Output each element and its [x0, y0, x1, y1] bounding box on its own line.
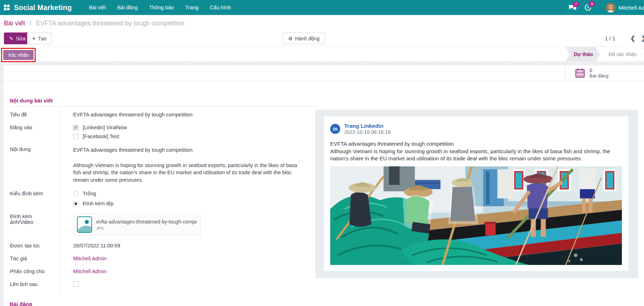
sheet-background: 0 Bài đăng Nội dung bài viết Tiêu đề EVF… — [0, 62, 644, 306]
image-file-icon — [77, 216, 92, 233]
message-field-label: Nội dung — [10, 143, 60, 187]
status-step-draft[interactable]: Dự thảo — [565, 47, 600, 62]
user-avatar — [606, 3, 615, 12]
content-section-title: Nội dung bài viết — [10, 97, 319, 106]
checkbox-linkedin-label: [Linkedin] ViralNow — [83, 125, 127, 130]
title-field-value: EVFTA advantages threatened by tough com… — [60, 107, 319, 121]
radio-attachment-none[interactable] — [73, 191, 78, 196]
navbar-systray: 7 9 — [568, 0, 644, 15]
button-box-row: 0 Bài đăng — [4, 65, 644, 81]
posts-smart-button[interactable]: 0 Bài đăng — [565, 65, 644, 81]
form-statusbar: Xác nhận Dự thảo Đã xác nhận Đã hủy — [0, 46, 644, 62]
schedule-later-field-label: Lên lịch sau — [10, 278, 60, 291]
preview-photo-fishermen-boat — [330, 166, 622, 265]
annotation-highlight-box: Xác nhận — [1, 48, 36, 62]
attachment-file-card[interactable]: evfta-advantages-threatened-by-tough-com… — [73, 214, 201, 236]
title-field-label: Tiêu đề — [10, 107, 60, 121]
action-button[interactable]: ⚙ Hành động — [283, 32, 325, 44]
attachment-file-ext: JPG — [96, 226, 197, 231]
breadcrumb-parent-link[interactable]: Bài viết — [4, 20, 25, 27]
preview-card-header: in Trang Linkedin 2022-10-19 06:18:18 — [330, 122, 622, 136]
attachment-field-label: Đính kèm ảnh/Video — [10, 210, 60, 239]
radio-attachment-none-label: Trống — [83, 191, 96, 196]
author-link[interactable]: Mitchell Admin — [73, 256, 106, 261]
checkbox-facebook-label: [Facebook] Test — [83, 134, 119, 139]
message-field-value: EVFTA advantages threatened by tough com… — [60, 143, 319, 187]
edit-button[interactable]: ✎ Sửa — [4, 32, 31, 44]
assigned-to-field-label: Phân công cho — [10, 265, 60, 278]
form-fields: Tiêu đề EVFTA advantages threatened by t… — [10, 107, 319, 291]
menu-posts[interactable]: Bài đăng — [112, 0, 143, 15]
activity-icon[interactable]: 9 — [584, 4, 592, 11]
posts-section-title: Bài đăng — [10, 301, 319, 306]
post-preview-panel: in Trang Linkedin 2022-10-19 06:18:18 EV… — [315, 110, 638, 278]
post-on-field-label: Đăng vào — [10, 121, 60, 143]
checkbox-facebook-account[interactable] — [73, 134, 78, 139]
breadcrumb-separator: / — [30, 20, 31, 27]
created-on-field-value: 28/07/2022 11:00:59 — [60, 239, 319, 252]
attachment-file-name: evfta-advantages-threatened-by-tough-com… — [96, 219, 197, 225]
messages-icon[interactable]: 7 — [568, 4, 577, 11]
calendar-icon — [575, 68, 585, 78]
assigned-to-link[interactable]: Mitchell Admin — [73, 269, 106, 274]
apps-grid-icon[interactable] — [4, 5, 10, 10]
attachment-type-field-label: Kiểu đính kèm — [10, 187, 60, 210]
plus-icon: + — [32, 36, 35, 41]
author-field-label: Tác giả — [10, 252, 60, 265]
user-name: Mitchell Admin — [619, 5, 644, 11]
top-navbar: Social Marketing Bài viết Bài đăng Thông… — [0, 0, 644, 15]
control-panel-breadcrumb-row: Bài viết / EVFTA advantages threatened b… — [0, 15, 644, 31]
posts-count-label: Bài đăng — [589, 73, 608, 79]
sheet-content: Nội dung bài viết Tiêu đề EVFTA advantag… — [4, 81, 644, 306]
breadcrumb-current: EVFTA advantages threatened by tough com… — [36, 20, 184, 27]
gear-icon: ⚙ — [288, 36, 293, 41]
form-sheet: 0 Bài đăng Nội dung bài viết Tiêu đề EVF… — [4, 65, 644, 306]
action-button-label: Hành động — [295, 36, 320, 41]
preview-message-line-1: EVFTA advantages threatened by tough com… — [330, 140, 622, 148]
posts-count: 0 — [589, 67, 608, 73]
schedule-later-checkbox[interactable] — [73, 281, 78, 287]
linkedin-icon: in — [330, 124, 340, 134]
create-button-label: Tạo — [38, 36, 46, 41]
create-button[interactable]: + Tạo — [27, 32, 52, 44]
preview-message: EVFTA advantages threatened by tough com… — [330, 140, 622, 162]
linkedin-preview-card: in Trang Linkedin 2022-10-19 06:18:18 EV… — [324, 116, 628, 271]
pager-previous-button[interactable]: ❮ — [628, 35, 638, 42]
preview-timestamp: 2022-10-19 06:18:18 — [344, 129, 390, 136]
radio-attachment-file-label: Đính kèm tệp — [83, 201, 113, 206]
menu-notifications[interactable]: Thông báo — [143, 0, 179, 15]
menu-pages[interactable]: Trang — [179, 0, 204, 15]
statusbar-steps: Dự thảo Đã xác nhận Đã hủy — [565, 47, 644, 62]
preview-message-line-2: Although Vietnam is hoping for stunning … — [330, 148, 622, 162]
breadcrumb: Bài viết / EVFTA advantages threatened b… — [4, 20, 184, 27]
social-marketing-app: Social Marketing Bài viết Bài đăng Thông… — [0, 0, 644, 306]
user-menu[interactable]: Mitchell Admin — [606, 3, 644, 12]
pager: 1 / 1 ❮ ❯ — [605, 32, 644, 44]
activity-badge: 9 — [589, 1, 595, 7]
pager-value: 1 / 1 — [605, 35, 615, 41]
form-left-column: Nội dung bài viết Tiêu đề EVFTA advantag… — [10, 81, 319, 306]
created-on-field-label: Được tạo lúc — [10, 239, 60, 252]
messages-badge: 7 — [573, 1, 579, 7]
pager-next-button[interactable]: ❯ — [638, 35, 644, 42]
radio-attachment-file[interactable] — [73, 201, 78, 206]
pencil-icon: ✎ — [9, 36, 14, 41]
preview-account-name: Trang Linkedin — [344, 122, 390, 129]
menu-settings[interactable]: Cấu hình — [204, 0, 237, 15]
message-line-2: Although Vietnam is hoping for stunning … — [73, 162, 307, 184]
control-panel-buttons-row: ✎ Sửa + Tạo ⚙ Hành động 1 / 1 ❮ ❯ — [0, 31, 644, 46]
edit-button-label: Sửa — [16, 36, 26, 41]
app-brand[interactable]: Social Marketing — [14, 4, 72, 12]
confirm-button[interactable]: Xác nhận — [3, 50, 34, 60]
checkbox-linkedin-account[interactable]: ✓ — [73, 125, 78, 130]
message-line-1: EVFTA advantages threatened by tough com… — [73, 146, 307, 154]
main-menu: Bài viết Bài đăng Thông báo Trang Cấu hì… — [83, 0, 236, 15]
menu-posts-feed[interactable]: Bài viết — [83, 0, 112, 15]
